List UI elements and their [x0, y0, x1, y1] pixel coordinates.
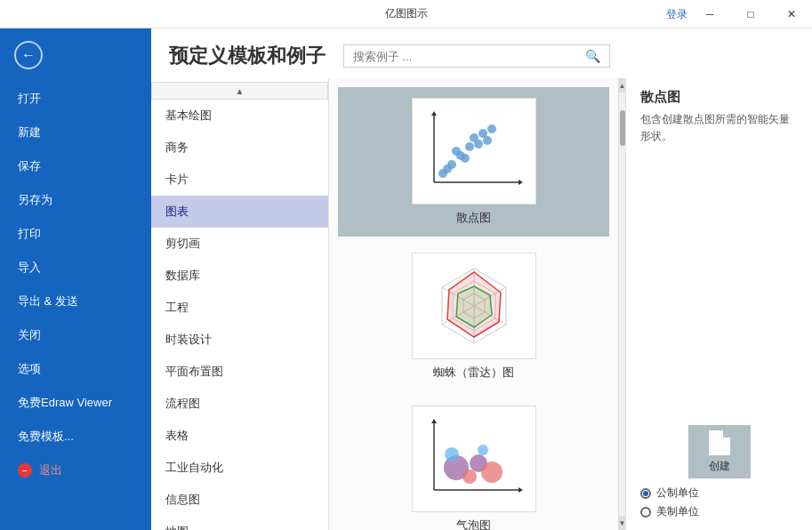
grid-scroll-thumb[interactable] — [620, 110, 625, 146]
save-label: 保存 — [18, 158, 41, 174]
bubble-thumb — [412, 406, 536, 512]
new-label: 新建 — [18, 124, 41, 141]
cat-item-clipart[interactable]: 剪切画 — [151, 228, 328, 260]
svg-marker-2 — [519, 180, 523, 185]
sidebar-item-open[interactable]: 打开 — [0, 82, 151, 116]
grid-scrollbar[interactable]: ▲ ▼ — [618, 78, 625, 530]
saveas-label: 另存为 — [18, 192, 52, 208]
svg-point-15 — [438, 169, 447, 178]
svg-marker-29 — [519, 487, 523, 493]
cat-item-engineering[interactable]: 工程 — [151, 292, 328, 324]
cat-item-database[interactable]: 数据库 — [151, 260, 328, 292]
grid-scroll-up[interactable]: ▲ — [619, 78, 626, 92]
template-grid: 散点图 — [329, 78, 618, 530]
sidebar-item-import[interactable]: 导入 — [0, 251, 151, 285]
sidebar-item-viewer[interactable]: 免费Edraw Viewer — [0, 386, 151, 420]
content-area: 预定义模板和例子 🔍 ▲ 基本绘图 商务 卡片 图表 剪切画 数据库 工程 时装… — [151, 28, 812, 530]
close-button[interactable]: ✕ — [771, 0, 812, 28]
radar-label: 蜘蛛（雷达）图 — [433, 365, 514, 381]
svg-point-7 — [465, 142, 474, 151]
template-grid-container: 散点图 — [329, 78, 625, 530]
scatter-chart-icon — [421, 107, 527, 196]
login-link[interactable]: 登录 — [666, 6, 687, 21]
print-label: 打印 — [18, 226, 41, 242]
template-item-bubble[interactable]: 气泡图 — [338, 397, 609, 530]
sidebar-item-options[interactable]: 选项 — [0, 352, 151, 386]
imperial-unit-label: 美制单位 — [656, 504, 699, 519]
maximize-button[interactable]: □ — [730, 0, 771, 28]
open-label: 打开 — [18, 91, 41, 107]
create-button[interactable]: 创建 — [688, 425, 751, 478]
svg-point-12 — [474, 140, 483, 149]
template-item-radar[interactable]: 蜘蛛（雷达）图 — [338, 244, 609, 389]
import-label: 导入 — [18, 260, 41, 276]
cat-item-infographic[interactable]: 信息图 — [151, 484, 328, 516]
app-title: 亿图图示 — [385, 6, 428, 21]
viewer-label: 免费Edraw Viewer — [18, 395, 112, 411]
content-header: 预定义模板和例子 🔍 — [151, 28, 812, 78]
cat-item-business[interactable]: 商务 — [151, 132, 328, 164]
svg-point-13 — [487, 124, 496, 133]
main-container: ← 打开 新建 保存 另存为 打印 导入 导出 & 发送 关闭 选项 免费Edr — [0, 28, 812, 530]
right-panel-bottom: 创建 公制单位 美制单位 — [626, 414, 812, 530]
grid-scroll-down[interactable]: ▼ — [619, 516, 626, 530]
content-title: 预定义模板和例子 — [169, 43, 326, 69]
unit-radio-group: 公制单位 美制单位 — [640, 486, 798, 519]
svg-marker-3 — [431, 111, 437, 116]
sidebar: ← 打开 新建 保存 另存为 打印 导入 导出 & 发送 关闭 选项 免费Edr — [0, 28, 151, 530]
sidebar-item-new[interactable]: 新建 — [0, 116, 151, 149]
imperial-radio-icon — [640, 507, 651, 518]
create-file-icon — [709, 430, 730, 455]
scatter-thumb — [412, 98, 536, 205]
cat-item-card[interactable]: 卡片 — [151, 164, 328, 196]
cat-item-map[interactable]: 地图 — [151, 516, 328, 530]
right-panel-title: 散点图 — [626, 78, 812, 111]
category-list: ▲ 基本绘图 商务 卡片 图表 剪切画 数据库 工程 时装设计 平面布置图 流程… — [151, 78, 329, 530]
svg-point-6 — [452, 147, 461, 156]
sidebar-item-export[interactable]: 导出 & 发送 — [0, 285, 151, 318]
right-panel: 散点图 包含创建散点图所需的智能矢量形状。 创建 公制单位 — [625, 78, 812, 530]
svg-point-36 — [478, 445, 488, 455]
cat-item-floorplan[interactable]: 平面布置图 — [151, 356, 328, 388]
radar-thumb — [412, 253, 536, 359]
search-input[interactable] — [353, 50, 585, 63]
content-body: ▲ 基本绘图 商务 卡片 图表 剪切画 数据库 工程 时装设计 平面布置图 流程… — [151, 78, 812, 530]
template-item-scatter[interactable]: 散点图 — [338, 87, 609, 237]
svg-point-11 — [461, 154, 470, 163]
close-label: 关闭 — [18, 327, 41, 343]
template-label: 免费模板... — [18, 429, 74, 445]
scroll-up-arrow[interactable]: ▲ — [151, 82, 328, 100]
export-label: 导出 & 发送 — [18, 293, 78, 309]
imperial-unit-option[interactable]: 美制单位 — [640, 504, 798, 519]
svg-point-34 — [481, 462, 502, 483]
cat-item-basic[interactable]: 基本绘图 — [151, 100, 328, 132]
back-icon: ← — [14, 41, 43, 69]
svg-point-33 — [462, 470, 477, 484]
search-icon: 🔍 — [585, 49, 600, 63]
back-button[interactable]: ← — [0, 28, 151, 82]
metric-unit-label: 公制单位 — [656, 486, 699, 501]
svg-point-35 — [445, 447, 459, 462]
sidebar-item-save[interactable]: 保存 — [0, 149, 151, 183]
create-label: 创建 — [709, 459, 730, 474]
sidebar-item-template[interactable]: 免费模板... — [0, 420, 151, 454]
metric-radio-icon — [640, 488, 651, 499]
radar-chart-icon — [421, 257, 527, 355]
sidebar-item-saveas[interactable]: 另存为 — [0, 183, 151, 217]
cat-item-flowchart[interactable]: 流程图 — [151, 388, 328, 420]
options-label: 选项 — [18, 361, 41, 377]
minimize-button[interactable]: ─ — [689, 0, 730, 28]
cat-item-chart[interactable]: 图表 — [151, 196, 328, 228]
search-box[interactable]: 🔍 — [343, 44, 610, 68]
right-panel-description: 包含创建散点图所需的智能矢量形状。 — [626, 111, 812, 156]
cat-item-table[interactable]: 表格 — [151, 420, 328, 452]
sidebar-item-print[interactable]: 打印 — [0, 217, 151, 251]
window-controls: ─ □ ✕ — [689, 0, 812, 28]
exit-icon: − — [18, 463, 32, 478]
metric-unit-option[interactable]: 公制单位 — [640, 486, 798, 501]
bubble-label: 气泡图 — [456, 518, 491, 530]
cat-item-industrial[interactable]: 工业自动化 — [151, 452, 328, 484]
cat-item-fashion[interactable]: 时装设计 — [151, 324, 328, 356]
sidebar-item-close[interactable]: 关闭 — [0, 318, 151, 352]
sidebar-item-exit[interactable]: − 退出 — [0, 454, 151, 487]
